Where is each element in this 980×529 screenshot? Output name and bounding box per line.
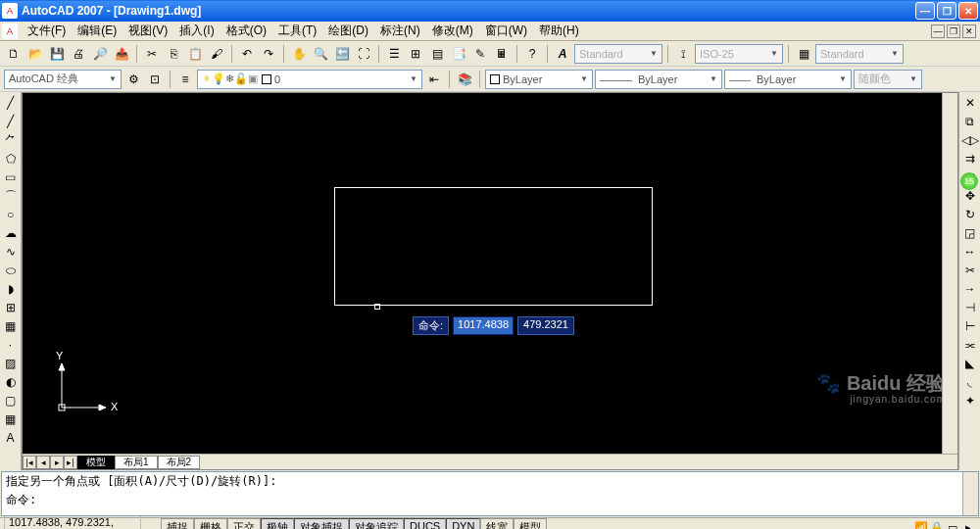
tab-model[interactable]: 模型 xyxy=(77,456,115,469)
tablestyle-combo[interactable]: Standard▼ xyxy=(815,44,904,64)
new-icon[interactable]: 🗋 xyxy=(4,44,24,64)
scale-icon[interactable]: ◲ xyxy=(961,224,979,242)
rectangle-icon[interactable]: ▭ xyxy=(2,168,20,186)
mdi-minimize-button[interactable]: — xyxy=(931,24,945,38)
menu-format[interactable]: 格式(O) xyxy=(220,21,272,41)
command-scrollbar[interactable] xyxy=(962,472,978,515)
cut-icon[interactable]: ✂ xyxy=(142,44,162,64)
insert-icon[interactable]: ⊞ xyxy=(2,299,20,316)
menu-help[interactable]: 帮助(H) xyxy=(533,21,585,41)
status-toggle-栅格[interactable]: 栅格 xyxy=(194,518,227,529)
tray-arrow-icon[interactable]: ▸ xyxy=(960,520,976,530)
menu-edit[interactable]: 编辑(E) xyxy=(72,21,122,41)
dyn-y-input[interactable]: 479.2321 xyxy=(517,316,574,335)
open-icon[interactable]: 📂 xyxy=(25,44,45,64)
explode-icon[interactable]: ✦ xyxy=(961,392,979,409)
trim-icon[interactable]: ✂ xyxy=(961,262,979,279)
menu-window[interactable]: 窗口(W) xyxy=(479,21,533,41)
pline-icon[interactable]: ⺈ xyxy=(2,131,20,149)
lineweight-combo[interactable]: ——ByLayer▼ xyxy=(724,70,852,89)
menu-view[interactable]: 视图(V) xyxy=(122,21,173,41)
textstyle-combo[interactable]: Standard▼ xyxy=(574,44,662,64)
calc-icon[interactable]: 🖩 xyxy=(492,44,512,64)
plotstyle-combo[interactable]: 随颜色▼ xyxy=(854,70,922,89)
markup-icon[interactable]: ✎ xyxy=(470,44,490,64)
xline-icon[interactable]: ╱ xyxy=(2,113,20,130)
menu-tools[interactable]: 工具(T) xyxy=(272,21,322,41)
close-button[interactable]: ✕ xyxy=(958,2,978,20)
dimstyle-icon[interactable]: ⟟ xyxy=(673,44,693,64)
comm-center-icon[interactable]: 📶 xyxy=(913,520,929,530)
zoom-prev-icon[interactable]: 🔙 xyxy=(332,44,352,64)
rotate-icon[interactable]: ↻ xyxy=(961,206,979,223)
revcloud-icon[interactable]: ☁ xyxy=(2,224,20,242)
arc-icon[interactable]: ⌒ xyxy=(2,187,20,205)
chamfer-icon[interactable]: ◣ xyxy=(961,355,979,372)
menu-draw[interactable]: 绘图(D) xyxy=(322,21,374,41)
tab-nav-next[interactable]: ▸ xyxy=(50,456,64,469)
tab-layout1[interactable]: 布局1 xyxy=(115,456,158,469)
hatch-icon[interactable]: ▨ xyxy=(2,355,20,372)
layer-state-icon[interactable]: 📚 xyxy=(455,70,474,89)
help-icon[interactable]: ? xyxy=(522,44,542,64)
layer-prev-icon[interactable]: ⇤ xyxy=(424,70,444,89)
preview-icon[interactable]: 🔎 xyxy=(90,44,110,64)
color-combo[interactable]: ByLayer▼ xyxy=(485,70,593,89)
undo-icon[interactable]: ↶ xyxy=(237,44,257,64)
zoom-icon[interactable]: 🔍 xyxy=(311,44,330,64)
minimize-button[interactable]: — xyxy=(915,2,935,20)
redo-icon[interactable]: ↷ xyxy=(259,44,278,64)
menu-insert[interactable]: 插入(I) xyxy=(173,21,220,41)
status-toggle-DYN[interactable]: DYN xyxy=(446,518,480,529)
menu-file[interactable]: 文件(F) xyxy=(22,21,72,41)
mdi-close-button[interactable]: ✕ xyxy=(962,24,976,38)
status-toggle-线宽[interactable]: 线宽 xyxy=(480,518,514,529)
status-coordinates[interactable]: 1017.4838, 479.2321, 0.0000 xyxy=(4,515,141,530)
line-icon[interactable]: ╱ xyxy=(2,94,20,112)
mtext-icon[interactable]: A xyxy=(2,429,20,447)
copy-icon[interactable]: ⎘ xyxy=(164,44,183,64)
gradient-icon[interactable]: ◐ xyxy=(2,373,20,391)
dimstyle-combo[interactable]: ISO-25▼ xyxy=(695,44,783,64)
status-toggle-DUCS[interactable]: DUCS xyxy=(404,518,446,529)
matchprop-icon[interactable]: 🖌 xyxy=(207,44,226,64)
sheet-icon[interactable]: 📑 xyxy=(449,44,468,64)
mirror-icon[interactable]: ◁▷ xyxy=(961,131,979,149)
toolbar-lock-icon[interactable]: 🔒 xyxy=(929,520,945,530)
menu-modify[interactable]: 修改(M) xyxy=(426,21,479,41)
fillet-icon[interactable]: ◟ xyxy=(961,373,979,391)
textstyle-icon[interactable]: A xyxy=(553,44,572,64)
point-icon[interactable]: · xyxy=(2,336,20,354)
linetype-combo[interactable]: ———ByLayer▼ xyxy=(595,70,722,89)
drawing-canvas[interactable]: 命令: 1017.4838 479.2321 X Y 🐾 Baidu 经验 ji… xyxy=(23,93,957,454)
mdi-restore-button[interactable]: ❐ xyxy=(947,24,960,38)
clean-screen-icon[interactable]: ▭ xyxy=(945,520,960,530)
table-icon[interactable]: ▦ xyxy=(2,410,20,428)
maximize-button[interactable]: ❐ xyxy=(937,2,956,20)
status-toggle-对象追踪[interactable]: 对象追踪 xyxy=(349,518,404,529)
save-icon[interactable]: 💾 xyxy=(47,44,67,64)
layer-combo[interactable]: ☀💡❄🔓▣ 0▼ xyxy=(197,70,422,89)
tab-layout2[interactable]: 布局2 xyxy=(158,456,201,469)
spline-icon[interactable]: ∿ xyxy=(2,243,20,261)
offset-icon[interactable]: ⇉ xyxy=(961,150,979,168)
ellipse-icon[interactable]: ⬭ xyxy=(2,262,20,279)
stretch-icon[interactable]: ↔ xyxy=(961,243,979,261)
makeblock-icon[interactable]: ▦ xyxy=(2,317,20,335)
status-toggle-正交[interactable]: 正交 xyxy=(227,518,261,529)
pan-icon[interactable]: ✋ xyxy=(289,44,309,64)
polygon-icon[interactable]: ⬠ xyxy=(2,150,20,168)
print-icon[interactable]: 🖨 xyxy=(69,44,88,64)
break-icon[interactable]: ⊢ xyxy=(961,317,979,335)
menu-dimension[interactable]: 标注(N) xyxy=(374,21,426,41)
toolpal-icon[interactable]: ▤ xyxy=(427,44,447,64)
workspace-combo[interactable]: AutoCAD 经典▼ xyxy=(4,70,122,89)
status-toggle-极轴[interactable]: 极轴 xyxy=(261,518,294,529)
tab-nav-first[interactable]: |◂ xyxy=(23,456,36,469)
command-window[interactable]: 指定另一个角点或 [面积(A)/尺寸(D)/旋转(R)]: 命令: xyxy=(1,471,979,516)
extend-icon[interactable]: → xyxy=(961,280,979,298)
copy-obj-icon[interactable]: ⧉ xyxy=(961,113,979,130)
status-toggle-捕捉[interactable]: 捕捉 xyxy=(161,518,194,529)
workspace-settings-icon[interactable]: ⚙ xyxy=(123,70,143,89)
tab-nav-prev[interactable]: ◂ xyxy=(36,456,50,469)
